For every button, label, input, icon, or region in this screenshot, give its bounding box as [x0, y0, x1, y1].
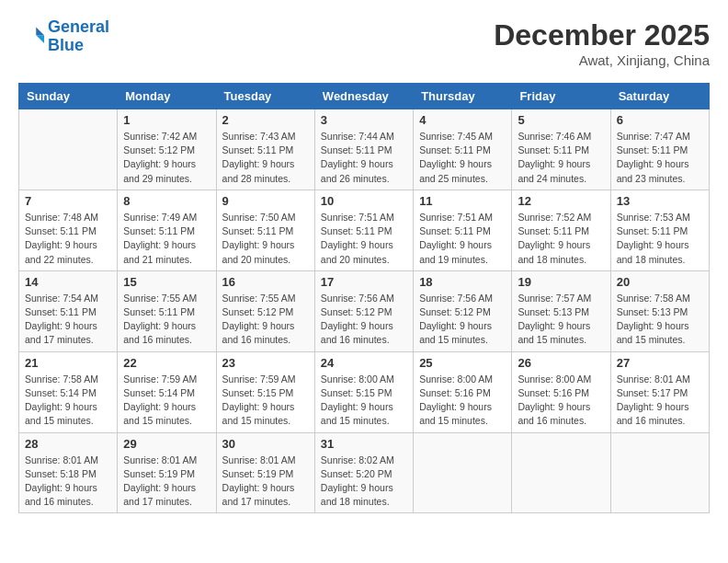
day-number: 24	[321, 356, 407, 370]
day-number: 3	[321, 113, 407, 127]
weekday-header-thursday: Thursday	[414, 84, 512, 109]
calendar-cell: 3Sunrise: 7:44 AM Sunset: 5:11 PM Daylig…	[314, 109, 413, 190]
svg-marker-0	[36, 27, 44, 35]
day-info: Sunrise: 7:58 AM Sunset: 5:14 PM Dayligh…	[25, 373, 111, 429]
day-info: Sunrise: 7:44 AM Sunset: 5:11 PM Dayligh…	[321, 130, 407, 186]
day-info: Sunrise: 8:01 AM Sunset: 5:19 PM Dayligh…	[222, 454, 309, 510]
calendar-cell: 7Sunrise: 7:48 AM Sunset: 5:11 PM Daylig…	[19, 190, 118, 270]
day-number: 23	[222, 356, 309, 370]
day-info: Sunrise: 8:00 AM Sunset: 5:16 PM Dayligh…	[518, 373, 604, 429]
calendar-cell: 26Sunrise: 8:00 AM Sunset: 5:16 PM Dayli…	[512, 351, 610, 432]
calendar-cell: 21Sunrise: 7:58 AM Sunset: 5:14 PM Dayli…	[19, 351, 118, 432]
day-number: 10	[321, 194, 407, 208]
week-row-5: 28Sunrise: 8:01 AM Sunset: 5:18 PM Dayli…	[19, 432, 710, 513]
calendar-cell	[19, 109, 118, 190]
day-number: 25	[419, 356, 506, 370]
day-info: Sunrise: 7:59 AM Sunset: 5:14 PM Dayligh…	[123, 373, 210, 429]
calendar-cell: 29Sunrise: 8:01 AM Sunset: 5:19 PM Dayli…	[118, 432, 216, 513]
day-number: 22	[123, 356, 210, 370]
day-info: Sunrise: 8:00 AM Sunset: 5:15 PM Dayligh…	[321, 373, 407, 429]
calendar-cell: 25Sunrise: 8:00 AM Sunset: 5:16 PM Dayli…	[414, 351, 512, 432]
day-info: Sunrise: 7:56 AM Sunset: 5:12 PM Dayligh…	[321, 292, 407, 348]
calendar-cell: 12Sunrise: 7:52 AM Sunset: 5:11 PM Dayli…	[512, 190, 610, 270]
calendar-cell: 10Sunrise: 7:51 AM Sunset: 5:11 PM Dayli…	[314, 190, 413, 270]
calendar-cell	[414, 432, 512, 513]
weekday-header-sunday: Sunday	[19, 84, 118, 109]
title-block: December 2025 Awat, Xinjiang, China	[494, 18, 710, 68]
calendar-cell: 31Sunrise: 8:02 AM Sunset: 5:20 PM Dayli…	[314, 432, 413, 513]
weekday-header-tuesday: Tuesday	[216, 84, 314, 109]
page-header: General Blue December 2025 Awat, Xinjian…	[18, 18, 710, 68]
day-number: 6	[617, 113, 703, 127]
calendar-cell: 23Sunrise: 7:59 AM Sunset: 5:15 PM Dayli…	[216, 351, 314, 432]
calendar-cell	[512, 432, 610, 513]
day-info: Sunrise: 7:54 AM Sunset: 5:11 PM Dayligh…	[25, 292, 111, 348]
day-info: Sunrise: 8:01 AM Sunset: 5:18 PM Dayligh…	[25, 454, 111, 510]
calendar-cell: 27Sunrise: 8:01 AM Sunset: 5:17 PM Dayli…	[610, 351, 709, 432]
day-info: Sunrise: 7:50 AM Sunset: 5:11 PM Dayligh…	[222, 211, 309, 267]
calendar-cell: 30Sunrise: 8:01 AM Sunset: 5:19 PM Dayli…	[216, 432, 314, 513]
weekday-header-row: SundayMondayTuesdayWednesdayThursdayFrid…	[19, 84, 710, 109]
week-row-2: 7Sunrise: 7:48 AM Sunset: 5:11 PM Daylig…	[19, 190, 710, 270]
day-number: 20	[617, 275, 703, 289]
day-number: 18	[419, 275, 506, 289]
day-info: Sunrise: 7:49 AM Sunset: 5:11 PM Dayligh…	[123, 211, 210, 267]
calendar-cell: 13Sunrise: 7:53 AM Sunset: 5:11 PM Dayli…	[610, 190, 709, 270]
calendar-cell: 1Sunrise: 7:42 AM Sunset: 5:12 PM Daylig…	[118, 109, 216, 190]
day-number: 5	[518, 113, 604, 127]
location: Awat, Xinjiang, China	[494, 52, 710, 68]
day-info: Sunrise: 7:48 AM Sunset: 5:11 PM Dayligh…	[25, 211, 111, 267]
calendar-cell: 18Sunrise: 7:56 AM Sunset: 5:12 PM Dayli…	[414, 270, 512, 351]
svg-marker-1	[36, 35, 44, 43]
logo-text: General Blue	[48, 18, 109, 55]
week-row-4: 21Sunrise: 7:58 AM Sunset: 5:14 PM Dayli…	[19, 351, 710, 432]
day-info: Sunrise: 8:01 AM Sunset: 5:17 PM Dayligh…	[617, 373, 703, 429]
day-info: Sunrise: 7:55 AM Sunset: 5:12 PM Dayligh…	[222, 292, 309, 348]
logo-icon	[18, 24, 44, 50]
day-info: Sunrise: 7:55 AM Sunset: 5:11 PM Dayligh…	[123, 292, 210, 348]
logo-line1: General	[48, 17, 109, 36]
day-number: 30	[222, 437, 309, 451]
day-info: Sunrise: 7:47 AM Sunset: 5:11 PM Dayligh…	[617, 130, 703, 186]
day-number: 12	[518, 194, 604, 208]
day-info: Sunrise: 7:46 AM Sunset: 5:11 PM Dayligh…	[518, 130, 604, 186]
day-number: 19	[518, 275, 604, 289]
calendar-cell: 15Sunrise: 7:55 AM Sunset: 5:11 PM Dayli…	[118, 270, 216, 351]
weekday-header-wednesday: Wednesday	[314, 84, 413, 109]
day-info: Sunrise: 8:02 AM Sunset: 5:20 PM Dayligh…	[321, 454, 407, 510]
day-number: 28	[25, 437, 111, 451]
day-number: 8	[123, 194, 210, 208]
calendar-cell: 22Sunrise: 7:59 AM Sunset: 5:14 PM Dayli…	[118, 351, 216, 432]
calendar-cell: 19Sunrise: 7:57 AM Sunset: 5:13 PM Dayli…	[512, 270, 610, 351]
day-info: Sunrise: 7:56 AM Sunset: 5:12 PM Dayligh…	[419, 292, 506, 348]
calendar-cell: 14Sunrise: 7:54 AM Sunset: 5:11 PM Dayli…	[19, 270, 118, 351]
calendar-cell: 20Sunrise: 7:58 AM Sunset: 5:13 PM Dayli…	[610, 270, 709, 351]
day-info: Sunrise: 8:00 AM Sunset: 5:16 PM Dayligh…	[419, 373, 506, 429]
day-number: 14	[25, 275, 111, 289]
calendar-cell: 16Sunrise: 7:55 AM Sunset: 5:12 PM Dayli…	[216, 270, 314, 351]
day-number: 7	[25, 194, 111, 208]
calendar-cell: 6Sunrise: 7:47 AM Sunset: 5:11 PM Daylig…	[610, 109, 709, 190]
week-row-1: 1Sunrise: 7:42 AM Sunset: 5:12 PM Daylig…	[19, 109, 710, 190]
day-number: 9	[222, 194, 309, 208]
calendar-cell: 24Sunrise: 8:00 AM Sunset: 5:15 PM Dayli…	[314, 351, 413, 432]
day-number: 26	[518, 356, 604, 370]
day-number: 17	[321, 275, 407, 289]
day-number: 16	[222, 275, 309, 289]
day-number: 29	[123, 437, 210, 451]
day-info: Sunrise: 8:01 AM Sunset: 5:19 PM Dayligh…	[123, 454, 210, 510]
calendar-cell: 9Sunrise: 7:50 AM Sunset: 5:11 PM Daylig…	[216, 190, 314, 270]
calendar-cell: 17Sunrise: 7:56 AM Sunset: 5:12 PM Dayli…	[314, 270, 413, 351]
calendar-cell: 4Sunrise: 7:45 AM Sunset: 5:11 PM Daylig…	[414, 109, 512, 190]
day-number: 31	[321, 437, 407, 451]
day-number: 13	[617, 194, 703, 208]
day-number: 27	[617, 356, 703, 370]
day-info: Sunrise: 7:45 AM Sunset: 5:11 PM Dayligh…	[419, 130, 506, 186]
day-number: 2	[222, 113, 309, 127]
calendar-cell	[610, 432, 709, 513]
weekday-header-monday: Monday	[118, 84, 216, 109]
week-row-3: 14Sunrise: 7:54 AM Sunset: 5:11 PM Dayli…	[19, 270, 710, 351]
logo: General Blue	[18, 18, 109, 55]
day-info: Sunrise: 7:59 AM Sunset: 5:15 PM Dayligh…	[222, 373, 309, 429]
day-number: 11	[419, 194, 506, 208]
